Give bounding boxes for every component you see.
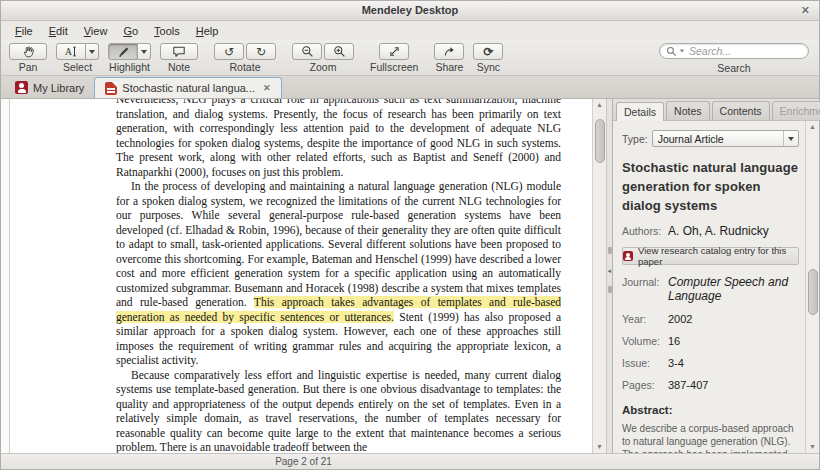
menu-go[interactable]: Go [115, 23, 146, 39]
status-bar: Page 2 of 21 [1, 453, 819, 469]
search-icon [666, 46, 677, 57]
menu-bar: File Edit View Go Tools Help [1, 21, 819, 40]
search-options-caret-icon[interactable] [680, 49, 685, 52]
view-catalog-button[interactable]: View research catalog entry for this pap… [622, 247, 799, 265]
pdf-paragraph: Because comparatively less effort and li… [116, 368, 561, 454]
select-dropdown-button[interactable] [86, 43, 99, 60]
type-select[interactable]: Journal Article [652, 130, 799, 147]
panel-splitter[interactable]: ◂ [606, 99, 613, 453]
splitter-handle[interactable]: ◂ [607, 247, 612, 293]
select-tool: A Select [56, 43, 99, 73]
volume-value[interactable]: 16 [668, 335, 680, 347]
zoom-out-icon [301, 45, 314, 58]
tab-my-library[interactable]: My Library [5, 77, 94, 98]
pdf-page: Nevertheless, NLG plays a critical role … [9, 99, 592, 453]
pdf-text[interactable]: Nevertheless, NLG plays a critical role … [116, 99, 561, 453]
journal-label: Journal: [622, 276, 668, 288]
note-label: Note [168, 62, 190, 73]
rotate-left-button[interactable]: ↺ [214, 43, 244, 60]
pdf-scrollbar[interactable]: ▲ ▼ [592, 99, 606, 453]
journal-value[interactable]: Computer Speech and Language [668, 275, 799, 303]
page-indicator: Page 2 of 21 [1, 454, 606, 469]
pdf-viewer: Nevertheless, NLG plays a critical role … [1, 99, 606, 453]
tab-close-icon[interactable]: ✕ [263, 83, 271, 93]
issue-value[interactable]: 3-4 [668, 357, 684, 369]
note-bubble-icon [172, 45, 186, 58]
abstract-label: Abstract: [622, 404, 799, 416]
search-label: Search [717, 62, 750, 74]
sync-label: Sync [477, 62, 500, 73]
search-input[interactable]: Search... [659, 43, 809, 59]
toolbar: Pan A Select Highlight [1, 40, 819, 76]
fullscreen-arrows-icon [388, 45, 401, 58]
title-bar: Mendeley Desktop ✕ [1, 1, 819, 21]
details-panel: Details Notes Contents Enrichments Type:… [613, 99, 819, 453]
year-label: Year: [622, 313, 668, 325]
pages-label: Pages: [622, 379, 668, 391]
pdf-file-icon [105, 82, 117, 95]
scroll-up-icon[interactable]: ▲ [593, 99, 606, 111]
rotate-right-icon: ↻ [256, 46, 266, 58]
zoom-in-icon [333, 45, 346, 58]
svg-text:A: A [65, 46, 72, 57]
pdf-text-segment: Because comparatively less effort and li… [116, 369, 561, 454]
pan-button[interactable] [9, 43, 47, 60]
document-title[interactable]: Stochastic natural language generation f… [622, 158, 799, 215]
tab-contents[interactable]: Contents [712, 101, 770, 120]
select-button[interactable]: A [56, 43, 86, 60]
tab-my-library-label: My Library [33, 82, 84, 94]
details-panel-tabs: Details Notes Contents Enrichments [613, 99, 819, 121]
menu-file[interactable]: File [7, 23, 41, 39]
window-close-icon[interactable]: ✕ [801, 1, 810, 20]
main-content: Nevertheless, NLG plays a critical role … [1, 99, 819, 453]
fullscreen-label: Fullscreen [370, 62, 418, 73]
highlight-label: Highlight [109, 62, 150, 73]
note-button[interactable] [160, 43, 198, 60]
sync-icon: ⟳ [483, 46, 493, 58]
authors-label: Authors: [622, 225, 661, 237]
view-catalog-label: View research catalog entry for this pap… [638, 245, 798, 267]
tab-details[interactable]: Details [616, 102, 664, 121]
details-scrollbar[interactable]: ▲ ▼ [805, 121, 819, 453]
pdf-paragraph: Nevertheless, NLG plays a critical role … [116, 99, 561, 179]
pdf-paragraph: In the process of developing and maintai… [116, 179, 561, 368]
pdf-text-segment: Nevertheless, NLG plays a critical role … [116, 99, 561, 178]
scroll-down-icon[interactable]: ▼ [593, 441, 606, 453]
menu-edit[interactable]: Edit [41, 23, 76, 39]
details-panel-body: Type: Journal Article Stochastic natural… [613, 121, 819, 453]
mendeley-logo-icon [623, 251, 633, 261]
zoom-out-button[interactable] [292, 43, 322, 60]
details-scrollbar-thumb[interactable] [808, 269, 818, 315]
pdf-scrollbar-thumb[interactable] [595, 119, 605, 163]
rotate-left-icon: ↺ [224, 46, 234, 58]
abstract-text[interactable]: We describe a corpus-based approach to n… [622, 422, 799, 453]
zoom-label: Zoom [310, 62, 337, 73]
scroll-up-icon[interactable]: ▲ [806, 121, 819, 133]
text-select-icon: A [64, 45, 78, 58]
tab-document[interactable]: Stochastic natural langua... ✕ [94, 77, 281, 98]
sync-button[interactable]: ⟳ [473, 43, 503, 60]
sync-tool: ⟳ Sync [473, 43, 503, 73]
fullscreen-button[interactable] [379, 43, 409, 60]
share-tool: Share [434, 43, 464, 73]
pages-value[interactable]: 387-407 [668, 379, 708, 391]
authors-value[interactable]: A. Oh, A. Rudnicky [668, 224, 769, 238]
tab-document-label: Stochastic natural langua... [122, 82, 255, 94]
menu-tools[interactable]: Tools [146, 23, 188, 39]
issue-label: Issue: [622, 357, 668, 369]
menu-view[interactable]: View [76, 23, 116, 39]
note-tool: Note [160, 43, 198, 73]
tab-notes[interactable]: Notes [666, 101, 709, 120]
rotate-right-button[interactable]: ↻ [246, 43, 276, 60]
share-button[interactable] [434, 43, 464, 60]
scroll-down-icon[interactable]: ▼ [806, 441, 819, 453]
year-value[interactable]: 2002 [668, 313, 692, 325]
menu-help[interactable]: Help [188, 23, 227, 39]
highlight-dropdown-button[interactable] [138, 43, 151, 60]
type-label: Type: [622, 133, 648, 145]
zoom-tool: Zoom [292, 43, 354, 73]
document-tab-bar: My Library Stochastic natural langua... … [1, 76, 819, 99]
highlight-button[interactable] [108, 43, 138, 60]
search-area: Search... Search [659, 43, 809, 74]
zoom-in-button[interactable] [324, 43, 354, 60]
